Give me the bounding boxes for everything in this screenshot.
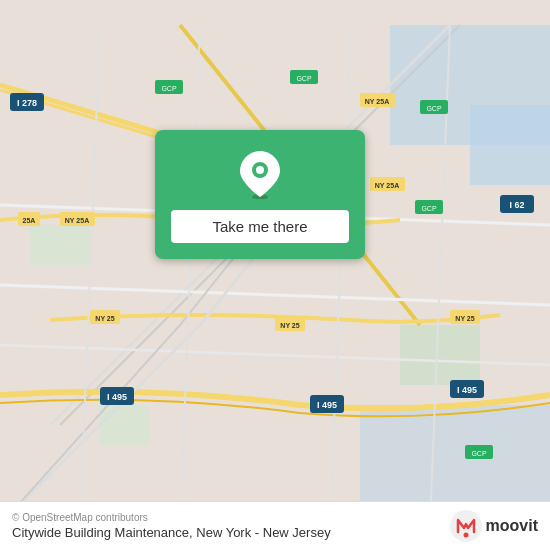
svg-text:GCP: GCP bbox=[296, 75, 312, 82]
svg-text:25A: 25A bbox=[23, 217, 36, 224]
moovit-logo: moovit bbox=[450, 510, 538, 542]
svg-text:NY 25: NY 25 bbox=[455, 315, 474, 322]
svg-text:GCP: GCP bbox=[161, 85, 177, 92]
svg-text:NY 25A: NY 25A bbox=[65, 217, 89, 224]
svg-rect-1 bbox=[470, 105, 550, 185]
svg-text:NY 25A: NY 25A bbox=[365, 98, 389, 105]
bottom-left-info: © OpenStreetMap contributors Citywide Bu… bbox=[12, 512, 331, 540]
svg-text:GCP: GCP bbox=[471, 450, 487, 457]
svg-text:GCP: GCP bbox=[426, 105, 442, 112]
svg-text:I 495: I 495 bbox=[317, 400, 337, 410]
map-roads: I 278 GCP GCP GCP GCP NY 25A NY 25A NY 2… bbox=[0, 0, 550, 550]
svg-text:NY 25A: NY 25A bbox=[375, 182, 399, 189]
svg-point-54 bbox=[256, 166, 264, 174]
svg-line-14 bbox=[80, 25, 100, 525]
svg-text:I 278: I 278 bbox=[17, 98, 37, 108]
bottom-bar: © OpenStreetMap contributors Citywide Bu… bbox=[0, 501, 550, 550]
moovit-icon bbox=[450, 510, 482, 542]
svg-rect-4 bbox=[30, 225, 90, 265]
svg-text:I 495: I 495 bbox=[457, 385, 477, 395]
svg-line-15 bbox=[180, 25, 200, 525]
take-me-there-button[interactable]: Take me there bbox=[171, 210, 349, 243]
svg-rect-5 bbox=[100, 405, 150, 445]
svg-text:NY 25: NY 25 bbox=[280, 322, 299, 329]
location-pin-icon bbox=[236, 150, 284, 198]
svg-rect-3 bbox=[400, 325, 480, 385]
svg-text:GCP: GCP bbox=[421, 205, 437, 212]
moovit-label: moovit bbox=[486, 517, 538, 535]
location-name: Citywide Building Maintenance, New York … bbox=[12, 525, 331, 540]
svg-text:I 62: I 62 bbox=[509, 200, 524, 210]
map-container: I 278 GCP GCP GCP GCP NY 25A NY 25A NY 2… bbox=[0, 0, 550, 550]
svg-point-56 bbox=[463, 533, 468, 538]
action-card: Take me there bbox=[155, 130, 365, 259]
svg-text:I 495: I 495 bbox=[107, 392, 127, 402]
svg-line-16 bbox=[330, 25, 350, 525]
map-attribution: © OpenStreetMap contributors bbox=[12, 512, 331, 523]
svg-line-12 bbox=[0, 285, 550, 305]
svg-text:NY 25: NY 25 bbox=[95, 315, 114, 322]
